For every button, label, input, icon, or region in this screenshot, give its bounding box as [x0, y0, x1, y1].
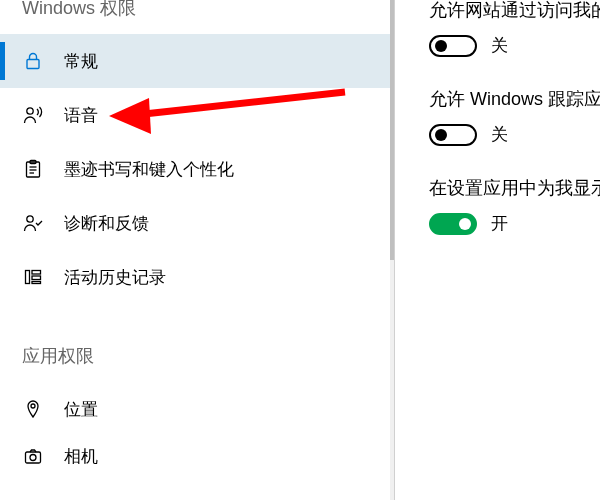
sidebar: Windows 权限 常规 语音 [0, 0, 395, 500]
sidebar-item-label: 活动历史记录 [64, 266, 166, 289]
svg-rect-8 [26, 271, 30, 284]
setting-label: 在设置应用中为我显示 [429, 176, 600, 200]
toggle-windows-tracking[interactable] [429, 124, 477, 146]
svg-rect-0 [27, 60, 39, 69]
sidebar-item-camera[interactable]: 相机 [0, 436, 394, 476]
svg-rect-9 [32, 271, 41, 275]
svg-point-12 [31, 404, 35, 408]
scrollbar-thumb[interactable] [390, 0, 394, 260]
toggle-state-label: 关 [491, 123, 508, 146]
content-panel: 允许网站通过访问我的 关 允许 Windows 跟踪应 关 在设置应用中为我显示… [395, 0, 600, 500]
toggle-state-label: 开 [491, 212, 508, 235]
sidebar-item-general[interactable]: 常规 [0, 34, 394, 88]
setting-windows-tracking: 允许 Windows 跟踪应 关 [429, 87, 600, 146]
sidebar-item-label: 相机 [64, 445, 98, 468]
setting-show-in-settings: 在设置应用中为我显示 开 [429, 176, 600, 235]
sidebar-item-diagnostics[interactable]: 诊断和反馈 [0, 196, 394, 250]
speech-icon [22, 104, 44, 126]
setting-label: 允许网站通过访问我的 [429, 0, 600, 22]
sidebar-item-activity-history[interactable]: 活动历史记录 [0, 250, 394, 304]
feedback-icon [22, 212, 44, 234]
section-header-app-permissions: 应用权限 [0, 304, 394, 382]
sidebar-item-label: 墨迹书写和键入个性化 [64, 158, 234, 181]
lock-icon [22, 50, 44, 72]
svg-rect-13 [26, 452, 41, 463]
history-icon [22, 266, 44, 288]
sidebar-item-inking[interactable]: 墨迹书写和键入个性化 [0, 142, 394, 196]
sidebar-item-label: 位置 [64, 398, 98, 421]
sidebar-scrollbar[interactable] [390, 0, 394, 500]
toggle-show-in-settings[interactable] [429, 213, 477, 235]
camera-icon [22, 445, 44, 467]
toggle-state-label: 关 [491, 34, 508, 57]
section-header-windows-permissions: Windows 权限 [0, 0, 394, 34]
sidebar-item-speech[interactable]: 语音 [0, 88, 394, 142]
sidebar-item-location[interactable]: 位置 [0, 382, 394, 436]
setting-website-access: 允许网站通过访问我的 关 [429, 0, 600, 57]
svg-point-14 [30, 455, 36, 461]
location-icon [22, 398, 44, 420]
svg-point-1 [27, 108, 33, 114]
svg-point-7 [27, 216, 33, 222]
toggle-website-access[interactable] [429, 35, 477, 57]
svg-rect-11 [32, 282, 41, 284]
clipboard-icon [22, 158, 44, 180]
setting-label: 允许 Windows 跟踪应 [429, 87, 600, 111]
sidebar-item-label: 语音 [64, 104, 98, 127]
sidebar-item-label: 常规 [64, 50, 98, 73]
svg-rect-10 [32, 276, 41, 280]
sidebar-item-label: 诊断和反馈 [64, 212, 149, 235]
